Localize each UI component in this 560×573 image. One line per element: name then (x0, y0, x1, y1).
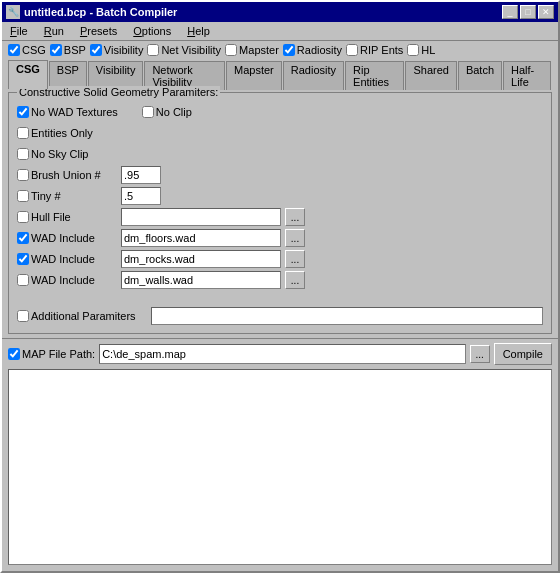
hullfile-input[interactable] (121, 208, 281, 226)
wadinclude2-input[interactable] (121, 250, 281, 268)
cb-mapster[interactable] (225, 44, 237, 56)
cb-brushunion[interactable] (17, 169, 29, 181)
tab-csg[interactable]: CSG (8, 60, 48, 89)
additional-input[interactable] (151, 307, 543, 325)
tinynum-text: Tiny # (31, 190, 61, 202)
mappath-browse-button[interactable]: ... (470, 345, 490, 363)
tab-halflife[interactable]: Half-Life (503, 61, 551, 90)
cb-netvis[interactable] (147, 44, 159, 56)
noskyclip-text: No Sky Clip (31, 148, 88, 160)
entitiesonly-text: Entities Only (31, 127, 93, 139)
row-wadinclude3: WAD Include ... (17, 271, 543, 289)
tab-mapster[interactable]: Mapster (226, 61, 282, 90)
additional-text: Additional Paramiters (31, 310, 136, 322)
mappath-input[interactable] (99, 344, 465, 364)
cb-wadinclude2[interactable] (17, 253, 29, 265)
wadinclude3-browse-button[interactable]: ... (285, 271, 305, 289)
main-window: 🔧 untitled.bcp - Batch Compiler _ □ ✕ Fi… (0, 0, 560, 573)
close-button[interactable]: ✕ (538, 5, 554, 19)
cb-noclip-label[interactable]: No Clip (142, 106, 232, 118)
cb-mappath-label[interactable]: MAP File Path: (8, 348, 95, 360)
wadinclude1-text: WAD Include (31, 232, 95, 244)
tinynum-input[interactable] (121, 187, 161, 205)
csg-group: Constructive Solid Geometry Paramiters: … (8, 92, 552, 334)
toolbar-csg[interactable]: CSG (8, 44, 46, 56)
menu-options[interactable]: Options (129, 24, 175, 38)
cb-wadinclude1-label[interactable]: WAD Include (17, 232, 117, 244)
cb-mappath[interactable] (8, 348, 20, 360)
tab-rip-entities[interactable]: Rip Entities (345, 61, 404, 90)
hullfile-browse-button[interactable]: ... (285, 208, 305, 226)
row-hullfile: Hull File ... (17, 208, 543, 226)
cb-wadinclude1[interactable] (17, 232, 29, 244)
nowadtextures-text: No WAD Textures (31, 106, 118, 118)
output-area (8, 369, 552, 565)
wadinclude3-text: WAD Include (31, 274, 95, 286)
cb-noskyclip-label[interactable]: No Sky Clip (17, 148, 107, 160)
cb-radiosity[interactable] (283, 44, 295, 56)
cb-tinynum-label[interactable]: Tiny # (17, 190, 117, 202)
wadinclude2-browse-button[interactable]: ... (285, 250, 305, 268)
toolbar-bsp[interactable]: BSP (50, 44, 86, 56)
map-path-section: MAP File Path: ... Compile (2, 338, 558, 369)
wadinclude1-browse-button[interactable]: ... (285, 229, 305, 247)
toolbar-radiosity[interactable]: Radiosity (283, 44, 342, 56)
toolbar: CSG BSP Visibility Net Visibility Mapste… (2, 41, 558, 59)
cb-bsp[interactable] (50, 44, 62, 56)
brushunion-text: Brush Union # (31, 169, 101, 181)
wadinclude2-text: WAD Include (31, 253, 95, 265)
cb-entitiesonly[interactable] (17, 127, 29, 139)
tab-radiosity[interactable]: Radiosity (283, 61, 344, 90)
cb-additional[interactable] (17, 310, 29, 322)
cb-nowadtextures-label[interactable]: No WAD Textures (17, 106, 118, 118)
toolbar-visibility[interactable]: Visibility (90, 44, 144, 56)
menu-presets[interactable]: Presets (76, 24, 121, 38)
tabs-row: CSG BSP Visibility Network Visibility Ma… (2, 59, 558, 88)
menu-run[interactable]: Run (40, 24, 68, 38)
toolbar-ripents[interactable]: RIP Ents (346, 44, 403, 56)
cb-ripents[interactable] (346, 44, 358, 56)
wadinclude3-input[interactable] (121, 271, 281, 289)
cb-csg[interactable] (8, 44, 20, 56)
toolbar-mapster[interactable]: Mapster (225, 44, 279, 56)
row-additional: Additional Paramiters (17, 307, 543, 325)
cb-noskyclip[interactable] (17, 148, 29, 160)
maximize-button[interactable]: □ (520, 5, 536, 19)
cb-wadinclude2-label[interactable]: WAD Include (17, 253, 117, 265)
cb-noclip[interactable] (142, 106, 154, 118)
tab-batch[interactable]: Batch (458, 61, 502, 90)
window-title: untitled.bcp - Batch Compiler (24, 6, 177, 18)
cb-hullfile[interactable] (17, 211, 29, 223)
row-wadinclude2: WAD Include ... (17, 250, 543, 268)
row-wadinclude1: WAD Include ... (17, 229, 543, 247)
tab-shared[interactable]: Shared (405, 61, 456, 90)
menu-help[interactable]: Help (183, 24, 214, 38)
row-entitiesonly: Entities Only (17, 124, 543, 142)
row-nowad-noclip: No WAD Textures No Clip (17, 103, 543, 121)
toolbar-netvisibility[interactable]: Net Visibility (147, 44, 221, 56)
toolbar-hl[interactable]: HL (407, 44, 435, 56)
hullfile-text: Hull File (31, 211, 71, 223)
noclip-text: No Clip (156, 106, 192, 118)
minimize-button[interactable]: _ (502, 5, 518, 19)
wadinclude1-input[interactable] (121, 229, 281, 247)
brushunion-input[interactable] (121, 166, 161, 184)
row-noskyclip: No Sky Clip (17, 145, 543, 163)
cb-entitiesonly-label[interactable]: Entities Only (17, 127, 107, 139)
cb-hl[interactable] (407, 44, 419, 56)
compile-button[interactable]: Compile (494, 343, 552, 365)
row-brushunion: Brush Union # (17, 166, 543, 184)
cb-hullfile-label[interactable]: Hull File (17, 211, 117, 223)
form-rows: No WAD Textures No Clip Entities Only (17, 103, 543, 325)
menu-file[interactable]: File (6, 24, 32, 38)
cb-wadinclude3[interactable] (17, 274, 29, 286)
cb-additional-label[interactable]: Additional Paramiters (17, 310, 147, 322)
cb-tinynum[interactable] (17, 190, 29, 202)
content-area: Constructive Solid Geometry Paramiters: … (2, 88, 558, 338)
mappath-label-text: MAP File Path: (22, 348, 95, 360)
cb-nowadtextures[interactable] (17, 106, 29, 118)
cb-vis[interactable] (90, 44, 102, 56)
cb-brushunion-label[interactable]: Brush Union # (17, 169, 117, 181)
cb-wadinclude3-label[interactable]: WAD Include (17, 274, 117, 286)
row-tinynum: Tiny # (17, 187, 543, 205)
